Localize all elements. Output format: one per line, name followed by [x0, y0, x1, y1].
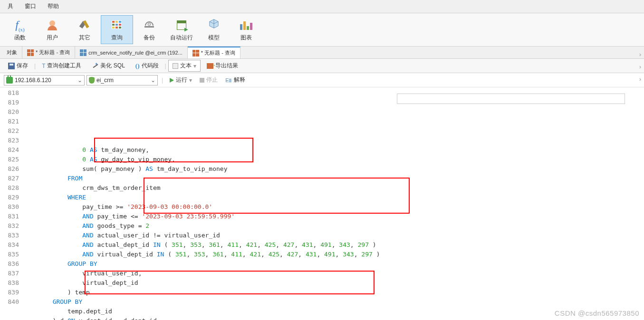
main-toolbar: f(x) 函数 用户 其它 查询 备份 自动运行 模型 图表 — [0, 13, 644, 47]
backup-tool[interactable]: 备份 — [133, 16, 165, 44]
chevron-down-icon: ⌄ — [77, 77, 82, 84]
other-label: 其它 — [79, 34, 90, 42]
beautify-label: 美化 SQL — [100, 62, 125, 70]
sql-editor[interactable]: 8188198208218228238248258268278288298308… — [0, 87, 644, 320]
menu-window[interactable]: 窗口 — [19, 0, 42, 12]
code-area[interactable]: 0 AS tm_day_money, 0 AS gw_day_to_vip_mo… — [23, 87, 644, 320]
function-tool[interactable]: f(x) 函数 — [4, 16, 36, 44]
chevron-down-icon: ▾ — [193, 63, 196, 69]
beautify-button[interactable]: 美化 SQL — [87, 60, 129, 72]
builder-label: 查询创建工具 — [47, 62, 81, 70]
snippet-button[interactable]: () 代码段 — [131, 60, 163, 72]
chart-tool[interactable]: 图表 — [230, 16, 262, 44]
tab-untitled-2[interactable]: * 无标题 - 查询 — [188, 47, 240, 58]
db-value: ei_crm — [96, 77, 114, 84]
host-combo[interactable]: 192.168.6.120 ⌄ — [4, 75, 85, 85]
query-label: 查询 — [111, 34, 123, 42]
line-gutter: 8188198208218228238248258268278288298308… — [0, 87, 23, 320]
chevron-down-icon: ▾ — [189, 77, 192, 84]
db-combo[interactable]: ei_crm ⌄ — [87, 75, 158, 85]
save-label: 保存 — [17, 62, 28, 70]
tab-objects[interactable]: 对象 — [2, 47, 22, 58]
export-icon — [207, 63, 213, 69]
explain-label: 解释 — [234, 76, 245, 84]
run-button[interactable]: 运行 ▾ — [167, 75, 195, 85]
builder-icon: T — [42, 63, 45, 69]
stop-button[interactable]: 停止 — [197, 75, 221, 85]
text-label: 文本 — [180, 62, 192, 70]
chevron-right-icon[interactable]: › — [639, 64, 641, 70]
autorun-tool[interactable]: 自动运行 — [165, 16, 198, 44]
paren-icon: () — [135, 62, 140, 70]
save-button[interactable]: 保存 — [4, 60, 32, 72]
query-tool[interactable]: 查询 — [101, 15, 133, 44]
query-builder-button[interactable]: T 查询创建工具 — [38, 60, 86, 72]
user-label: 用户 — [47, 34, 58, 42]
wand-icon — [92, 63, 98, 69]
chevron-right-icon[interactable]: › — [639, 76, 641, 83]
model-tool[interactable]: 模型 — [198, 16, 230, 44]
menubar: 具 窗口 帮助 — [0, 0, 644, 13]
autorun-label: 自动运行 — [170, 34, 193, 42]
connection-bar: 192.168.6.120 ⌄ ei_crm ⌄ | 运行 ▾ 停止 E≣ 解释 — [0, 73, 644, 87]
table-icon — [80, 49, 87, 56]
text-dropdown[interactable]: 文本 ▾ — [168, 60, 201, 72]
export-label: 导出结果 — [215, 62, 238, 70]
svg-point-0 — [148, 23, 151, 26]
tab-label: * 无标题 - 查询 — [36, 49, 70, 56]
user-icon — [45, 18, 60, 33]
tab-crm-service[interactable]: crm_service_notify_rule @ei_crm (192... — [75, 47, 188, 58]
run-label: 运行 — [176, 76, 187, 84]
database-icon — [89, 77, 95, 84]
explain-button[interactable]: E≣ 解释 — [222, 75, 248, 85]
backup-icon — [142, 18, 157, 33]
host-value: 192.168.6.120 — [15, 77, 51, 84]
model-label: 模型 — [208, 34, 220, 42]
menu-tools[interactable]: 具 — [2, 0, 19, 12]
query-icon — [109, 18, 125, 33]
tab-label: crm_service_notify_rule @ei_crm (192... — [88, 50, 183, 56]
chevron-right-icon[interactable]: › — [639, 51, 641, 58]
other-tool[interactable]: 其它 — [68, 16, 101, 44]
tabbar: 对象 * 无标题 - 查询 crm_service_notify_rule @e… — [0, 47, 644, 59]
save-icon — [8, 63, 15, 69]
function-label: 函数 — [14, 34, 26, 42]
connection-icon — [6, 77, 13, 84]
tab-label: * 无标题 - 查询 — [201, 49, 235, 56]
stop-icon — [200, 78, 204, 83]
tab-label: 对象 — [7, 49, 17, 56]
collapse-chevrons: › › › — [639, 51, 641, 83]
tab-untitled-1[interactable]: * 无标题 - 查询 — [22, 47, 75, 58]
query-doc-icon — [27, 49, 34, 56]
model-icon — [206, 18, 221, 33]
stop-label: 停止 — [206, 76, 218, 84]
query-doc-icon — [192, 50, 199, 56]
chart-icon — [239, 18, 254, 33]
function-icon: f(x) — [12, 18, 28, 33]
text-icon — [173, 63, 178, 69]
sub-toolbar: 保存 | T 查询创建工具 美化 SQL () 代码段 | 文本 ▾ 导出结果 — [0, 59, 644, 73]
user-tool[interactable]: 用户 — [36, 16, 68, 44]
snippet-label: 代码段 — [142, 62, 159, 70]
svg-rect-1 — [144, 26, 154, 28]
other-icon — [77, 18, 92, 33]
backup-label: 备份 — [144, 34, 155, 42]
autorun-icon — [174, 18, 189, 33]
export-button[interactable]: 导出结果 — [202, 60, 242, 72]
chevron-down-icon: ⌄ — [151, 77, 155, 84]
watermark: CSDN @csdn565973850 — [555, 309, 639, 317]
play-icon — [170, 78, 174, 83]
explain-icon: E≣ — [225, 77, 232, 83]
menu-help[interactable]: 帮助 — [42, 0, 65, 12]
chart-label: 图表 — [240, 34, 252, 42]
